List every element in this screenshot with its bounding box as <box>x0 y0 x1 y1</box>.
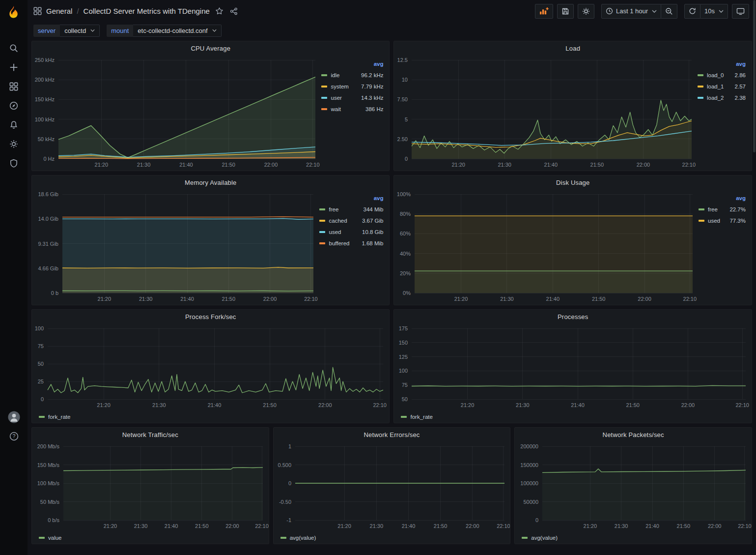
svg-text:22:00: 22:00 <box>637 162 650 168</box>
dashboard-settings-button[interactable] <box>578 4 594 19</box>
legend-item-user[interactable]: user14.3 kHz <box>321 92 383 103</box>
panel-title[interactable]: Memory Available <box>185 179 237 186</box>
save-dashboard-button[interactable] <box>557 4 574 19</box>
panel-title[interactable]: Processes <box>558 313 588 321</box>
panel-header[interactable]: Disk Usage <box>394 175 752 189</box>
series-color-swatch <box>39 416 45 418</box>
gear-icon <box>582 7 590 15</box>
disk-usage-chart[interactable]: 0%20%40%60%80%100%21:2021:3021:4021:5022… <box>394 189 699 305</box>
refresh-interval-picker[interactable]: 10s <box>700 4 728 19</box>
sidebar-item-server-admin[interactable] <box>0 153 28 173</box>
svg-text:9.31 Gib: 9.31 Gib <box>38 241 58 247</box>
legend-item-free[interactable]: free344 Mib <box>319 204 383 215</box>
series-color-swatch <box>401 416 407 418</box>
zoom-out-icon <box>665 7 673 15</box>
search-icon <box>9 44 18 53</box>
series-color-swatch <box>319 231 325 233</box>
dashboard-title[interactable]: CollectD Server Metrics with TDengine <box>84 7 210 15</box>
panel-header[interactable]: Memory Available <box>32 175 389 189</box>
cpu-average-chart[interactable]: 0 Hz50 kHz100 kHz150 kHz200 kHz250 kHz21… <box>32 55 321 171</box>
svg-text:21:30: 21:30 <box>501 296 514 302</box>
legend-item-fork_rate[interactable]: fork_rate <box>39 412 70 422</box>
sidebar-item-alerting[interactable] <box>0 115 28 134</box>
legend-item-used[interactable]: used77.3% <box>699 215 746 226</box>
sidebar-item-profile[interactable] <box>0 408 28 427</box>
grafana-logo[interactable] <box>0 0 28 25</box>
legend-item-fork_rate[interactable]: fork_rate <box>401 412 432 422</box>
dashboards-grid-icon <box>9 82 18 91</box>
panel-header[interactable]: Network Errors/sec <box>274 428 510 441</box>
process-fork-chart[interactable]: 025507510021:2021:3021:4021:5022:0022:10 <box>32 323 389 411</box>
svg-text:1: 1 <box>288 443 291 449</box>
series-name: wait <box>331 106 340 112</box>
sidebar-item-help[interactable]: ? <box>0 427 28 446</box>
sidebar-item-dashboards[interactable] <box>0 77 28 96</box>
sidebar-item-search[interactable] <box>0 38 28 58</box>
svg-text:200000: 200000 <box>521 443 539 449</box>
sidebar-item-explore[interactable] <box>0 96 28 115</box>
series-avg-value: 77.3% <box>724 218 746 224</box>
scrollbar-thumb[interactable] <box>753 0 756 152</box>
svg-text:21:20: 21:20 <box>337 523 351 529</box>
legend-item-wait[interactable]: wait386 Hz <box>321 103 383 115</box>
legend-item-avgvalue[interactable]: avg(value) <box>280 533 316 543</box>
legend-item-idle[interactable]: idle96.2 kHz <box>321 69 383 81</box>
series-color-swatch <box>319 242 325 244</box>
legend-item-load_0[interactable]: load_02.86 <box>698 69 746 81</box>
legend-item-value[interactable]: value <box>39 533 62 543</box>
svg-text:21:40: 21:40 <box>208 402 222 408</box>
variable-server-value[interactable]: collectd <box>60 25 100 37</box>
legend-item-load_2[interactable]: load_22.38 <box>698 92 746 103</box>
legend-item-used[interactable]: used10.8 Gib <box>319 226 383 237</box>
panel-title[interactable]: Network Packets/sec <box>603 431 664 438</box>
svg-text:-1: -1 <box>286 517 291 523</box>
series-color-swatch <box>321 74 327 76</box>
legend-item-free[interactable]: free22.7% <box>699 204 746 215</box>
panel-title[interactable]: Network Traffic/sec <box>122 431 178 438</box>
panel-title[interactable]: Network Errors/sec <box>364 431 420 438</box>
network-errors-chart[interactable]: -1-0.5000.500121:2021:3021:4021:5022:002… <box>274 441 510 532</box>
panel-header[interactable]: Network Packets/sec <box>515 428 752 441</box>
panel-header[interactable]: Network Traffic/sec <box>32 428 269 441</box>
legend-item-buffered[interactable]: buffered1.68 Mib <box>319 237 383 249</box>
series-name: avg(value) <box>290 535 316 541</box>
network-packets-chart[interactable]: 05000010000015000020000021:2021:3021:402… <box>515 441 752 532</box>
breadcrumb-section[interactable]: General <box>46 7 72 15</box>
add-panel-button[interactable] <box>535 4 553 19</box>
memory-available-chart[interactable]: 0 b4.66 Gib9.31 Gib14.0 Gib18.6 Gib21:20… <box>32 189 319 305</box>
svg-text:21:40: 21:40 <box>571 402 585 408</box>
share-dashboard-button[interactable] <box>229 6 239 16</box>
panel-header[interactable]: Processes <box>394 310 752 323</box>
zoom-out-button[interactable] <box>661 4 677 19</box>
panel-title[interactable]: Disk Usage <box>556 179 589 186</box>
refresh-button[interactable] <box>684 4 700 19</box>
svg-text:22:10: 22:10 <box>306 162 320 168</box>
page-scrollbar[interactable] <box>753 0 756 555</box>
processes-chart[interactable]: 507510012515017521:2021:3021:4021:5022:0… <box>394 323 752 411</box>
panel-header[interactable]: Process Fork/sec <box>32 310 389 323</box>
svg-text:22:10: 22:10 <box>255 523 269 529</box>
panel-title[interactable]: Process Fork/sec <box>185 313 236 321</box>
sidebar-item-configuration[interactable] <box>0 134 28 153</box>
cycle-view-mode-button[interactable] <box>732 4 749 19</box>
load-chart[interactable]: 02.5057.501012.521:2021:3021:4021:5022:0… <box>394 55 698 171</box>
legend-item-load_1[interactable]: load_12.57 <box>698 81 746 92</box>
sidebar-item-create[interactable] <box>0 58 28 77</box>
legend-item-cached[interactable]: cached3.67 Gib <box>319 215 383 226</box>
variable-server[interactable]: server collectd <box>33 25 100 37</box>
time-range-picker[interactable]: Last 1 hour <box>601 4 661 19</box>
legend-item-avgvalue[interactable]: avg(value) <box>522 533 558 543</box>
navbar-actions: Last 1 hour 10s <box>535 4 749 19</box>
svg-text:200 kHz: 200 kHz <box>35 77 55 83</box>
svg-text:21:20: 21:20 <box>104 523 117 529</box>
network-traffic-chart[interactable]: 0 b/s50 Mb/s100 Mb/s150 Mb/s200 Mb/s21:2… <box>32 441 269 532</box>
panel-title[interactable]: Load <box>565 45 580 52</box>
panel-header[interactable]: Load <box>394 41 752 55</box>
variable-mount[interactable]: mount etc-collectd-collectd.conf <box>107 25 221 37</box>
legend-item-system[interactable]: system7.79 kHz <box>321 81 383 92</box>
panel-title[interactable]: CPU Average <box>191 45 230 52</box>
star-dashboard-button[interactable] <box>214 6 224 16</box>
variable-mount-value[interactable]: etc-collectd-collectd.conf <box>133 25 221 37</box>
series-avg-value: 344 Mib <box>358 206 384 212</box>
panel-header[interactable]: CPU Average <box>32 41 389 55</box>
